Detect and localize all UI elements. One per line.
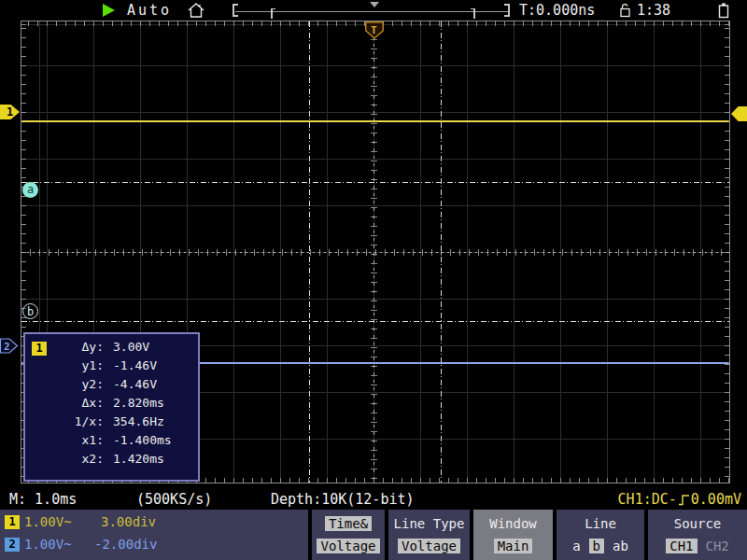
ch2-position: -2.00div bbox=[94, 537, 157, 552]
cursor-b-handle[interactable]: b bbox=[22, 303, 38, 319]
window-title: Window bbox=[489, 516, 537, 531]
trigger-readout: CH1:DC- 0.00mV bbox=[618, 491, 741, 508]
source-option-ch1[interactable]: CH1 bbox=[666, 539, 697, 553]
channel-badge: 1 bbox=[32, 342, 47, 356]
timebase-readout: M: 1.0ms bbox=[9, 491, 77, 508]
meas-row-y2: y2: -4.46V bbox=[25, 377, 198, 396]
source-option-ch2[interactable]: CH2 bbox=[706, 539, 729, 553]
ch2-position-marker[interactable]: 2 bbox=[0, 338, 19, 354]
ch1-badge: 1 bbox=[5, 515, 20, 529]
soft-menu-bar: 1 1.00V~ 3.00div 2 1.00V~ -2.00div Time&… bbox=[0, 510, 747, 560]
svg-text:T: T bbox=[371, 24, 377, 36]
line-type-title: Line Type bbox=[394, 516, 465, 531]
menu-section-line: Line a b ab bbox=[557, 510, 644, 560]
memory-scrollbar[interactable] bbox=[235, 11, 508, 12]
center-horizontal-line bbox=[21, 252, 729, 253]
cursor-y2-line[interactable] bbox=[21, 321, 729, 322]
memory-depth-readout: Depth:10K(12-bit) bbox=[271, 491, 415, 508]
svg-text:2: 2 bbox=[4, 341, 10, 353]
meas-row-x1: x1: -1.400ms bbox=[25, 433, 198, 452]
battery-icon bbox=[715, 2, 732, 22]
menu-item-voltage[interactable]: Voltage bbox=[317, 539, 379, 553]
menu-item-time[interactable]: Time& bbox=[325, 516, 372, 531]
status-bar: M: 1.0ms (500KS/s) Depth:10K(12-bit) CH1… bbox=[0, 487, 747, 510]
cursor-measurement-panel: 1 Δy: 3.00V y1: -1.46V y2: -4.46V Δx: 2.… bbox=[23, 332, 200, 482]
clock-readout: 1:38 bbox=[637, 2, 670, 19]
meas-row-y1: y1: -1.46V bbox=[25, 358, 198, 377]
sample-rate-readout: (500KS/s) bbox=[136, 491, 212, 508]
menu-section-time-voltage: Time& Voltage bbox=[312, 510, 385, 560]
cursor-a-handle[interactable]: a bbox=[22, 182, 38, 198]
line-option-a[interactable]: a bbox=[572, 539, 580, 553]
ch2-badge: 2 bbox=[5, 538, 20, 552]
cursor-y1-line[interactable] bbox=[21, 182, 729, 183]
line-option-b[interactable]: b bbox=[589, 539, 604, 553]
run-status-icon bbox=[103, 4, 115, 17]
cursor-x2-line[interactable] bbox=[441, 21, 442, 483]
ch2-scale: 1.00V~ bbox=[24, 537, 72, 552]
trigger-level-marker[interactable] bbox=[731, 106, 747, 121]
cursor-x1-line[interactable] bbox=[309, 21, 310, 483]
menu-section-window: Window Main bbox=[473, 510, 553, 560]
trigger-position-marker[interactable]: T bbox=[365, 21, 384, 39]
unlock-icon bbox=[618, 3, 633, 21]
oscilloscope-screen: Auto T:0.000ns 1:38 bbox=[0, 0, 747, 560]
rising-edge-icon bbox=[678, 493, 690, 507]
ch1-info-row: 1 1.00V~ 3.00div bbox=[0, 514, 308, 531]
ch1-position: 3.00div bbox=[101, 514, 156, 529]
memory-start-bracket bbox=[233, 4, 238, 17]
ch2-info-row: 2 1.00V~ -2.00div bbox=[0, 537, 308, 553]
trigger-time-readout: T:0.000ns bbox=[519, 2, 595, 19]
ch1-scale: 1.00V~ bbox=[24, 514, 72, 529]
menu-section-source: Source CH1 CH2 bbox=[648, 510, 747, 560]
window-start-bracket[interactable] bbox=[271, 8, 275, 19]
line-title: Line bbox=[585, 516, 616, 531]
line-option-ab[interactable]: ab bbox=[613, 539, 628, 553]
channel-info-panel: 1 1.00V~ 3.00div 2 1.00V~ -2.00div bbox=[0, 510, 308, 560]
window-position-icon[interactable] bbox=[370, 2, 379, 7]
meas-row-x2: x2: 1.420ms bbox=[25, 452, 198, 470]
source-title: Source bbox=[674, 516, 722, 531]
ch1-position-marker[interactable]: 1 bbox=[0, 105, 20, 119]
meas-row-dy: Δy: 3.00V bbox=[25, 340, 198, 358]
top-bar: Auto T:0.000ns 1:38 bbox=[0, 0, 747, 21]
acquire-mode-label: Auto bbox=[127, 2, 172, 19]
window-value[interactable]: Main bbox=[494, 539, 533, 553]
line-type-value[interactable]: Voltage bbox=[398, 539, 460, 553]
window-end-bracket[interactable] bbox=[471, 8, 475, 19]
ch1-trace bbox=[21, 120, 729, 122]
source-options: CH1 CH2 bbox=[666, 539, 729, 553]
line-options: a b ab bbox=[572, 539, 628, 553]
menu-section-line-type: Line Type Voltage bbox=[388, 510, 470, 560]
meas-row-dx: Δx: 2.820ms bbox=[25, 396, 198, 414]
meas-row-freq: 1/x: 354.6Hz bbox=[25, 414, 198, 433]
memory-end-bracket bbox=[504, 4, 510, 17]
home-icon[interactable] bbox=[187, 2, 205, 22]
